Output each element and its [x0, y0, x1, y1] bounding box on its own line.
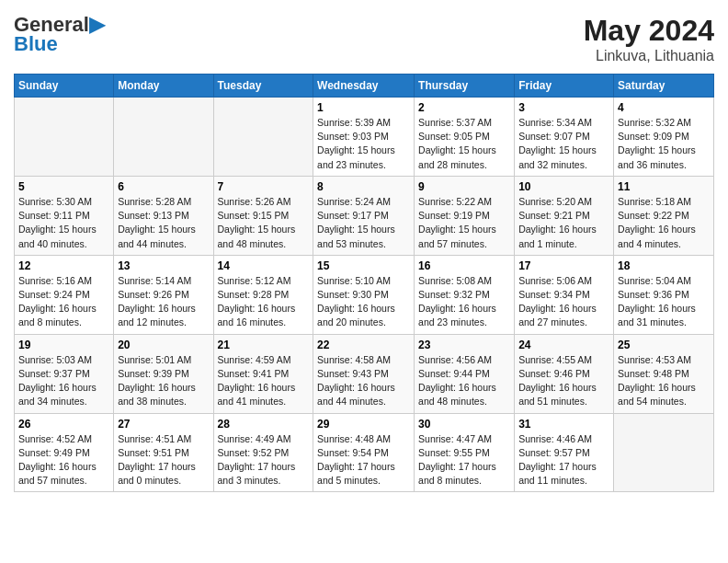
calendar-cell: 16Sunrise: 5:08 AM Sunset: 9:32 PM Dayli… — [415, 255, 515, 334]
day-header-monday: Monday — [114, 75, 213, 98]
week-row-2: 5Sunrise: 5:30 AM Sunset: 9:11 PM Daylig… — [15, 176, 714, 255]
day-number: 26 — [18, 418, 109, 431]
day-number: 14 — [218, 259, 310, 272]
day-info: Sunrise: 4:53 AM Sunset: 9:48 PM Dayligh… — [618, 353, 710, 409]
day-info: Sunrise: 5:12 AM Sunset: 9:28 PM Dayligh… — [218, 274, 310, 330]
day-info: Sunrise: 5:04 AM Sunset: 9:36 PM Dayligh… — [618, 274, 710, 330]
day-header-wednesday: Wednesday — [313, 75, 415, 98]
day-info: Sunrise: 5:22 AM Sunset: 9:19 PM Dayligh… — [418, 195, 510, 251]
day-number: 19 — [18, 339, 109, 351]
calendar-cell: 27Sunrise: 4:51 AM Sunset: 9:51 PM Dayli… — [114, 413, 213, 492]
calendar-cell: 1Sunrise: 5:39 AM Sunset: 9:03 PM Daylig… — [313, 98, 415, 177]
calendar-table: SundayMondayTuesdayWednesdayThursdayFrid… — [14, 74, 714, 492]
week-row-3: 12Sunrise: 5:16 AM Sunset: 9:24 PM Dayli… — [15, 255, 714, 334]
calendar-body: 1Sunrise: 5:39 AM Sunset: 9:03 PM Daylig… — [15, 98, 714, 492]
day-number: 17 — [518, 259, 609, 272]
day-info: Sunrise: 5:01 AM Sunset: 9:39 PM Dayligh… — [118, 353, 209, 409]
day-info: Sunrise: 4:58 AM Sunset: 9:43 PM Dayligh… — [317, 353, 410, 409]
day-info: Sunrise: 5:39 AM Sunset: 9:03 PM Dayligh… — [317, 116, 410, 172]
day-info: Sunrise: 4:59 AM Sunset: 9:41 PM Dayligh… — [218, 353, 310, 409]
day-info: Sunrise: 4:47 AM Sunset: 9:55 PM Dayligh… — [418, 432, 510, 488]
calendar-cell: 28Sunrise: 4:49 AM Sunset: 9:52 PM Dayli… — [213, 413, 313, 492]
day-number: 18 — [618, 259, 710, 272]
week-row-1: 1Sunrise: 5:39 AM Sunset: 9:03 PM Daylig… — [15, 98, 714, 177]
day-number: 5 — [18, 180, 109, 193]
day-info: Sunrise: 5:26 AM Sunset: 9:15 PM Dayligh… — [218, 195, 310, 251]
calendar-cell: 26Sunrise: 4:52 AM Sunset: 9:49 PM Dayli… — [15, 413, 114, 492]
calendar-cell: 23Sunrise: 4:56 AM Sunset: 9:44 PM Dayli… — [415, 334, 515, 413]
day-number: 25 — [618, 339, 710, 351]
day-header-tuesday: Tuesday — [213, 75, 313, 98]
day-number: 16 — [418, 259, 510, 272]
calendar-cell: 9Sunrise: 5:22 AM Sunset: 9:19 PM Daylig… — [415, 176, 515, 255]
day-info: Sunrise: 5:34 AM Sunset: 9:07 PM Dayligh… — [518, 116, 609, 172]
day-info: Sunrise: 4:52 AM Sunset: 9:49 PM Dayligh… — [18, 432, 109, 488]
day-info: Sunrise: 4:46 AM Sunset: 9:57 PM Dayligh… — [518, 432, 609, 488]
day-info: Sunrise: 5:30 AM Sunset: 9:11 PM Dayligh… — [18, 195, 109, 251]
calendar-cell: 18Sunrise: 5:04 AM Sunset: 9:36 PM Dayli… — [614, 255, 714, 334]
day-info: Sunrise: 5:18 AM Sunset: 9:22 PM Dayligh… — [618, 195, 710, 251]
day-number: 22 — [317, 339, 410, 351]
location-subtitle: Linkuva, Lithuania — [584, 48, 714, 64]
day-number: 6 — [118, 180, 209, 193]
day-number: 15 — [317, 259, 410, 272]
day-info: Sunrise: 5:32 AM Sunset: 9:09 PM Dayligh… — [618, 116, 710, 172]
day-header-friday: Friday — [515, 75, 614, 98]
calendar-cell — [614, 413, 714, 492]
calendar-cell — [213, 98, 313, 177]
day-header-thursday: Thursday — [415, 75, 515, 98]
calendar-cell: 12Sunrise: 5:16 AM Sunset: 9:24 PM Dayli… — [15, 255, 114, 334]
day-info: Sunrise: 5:16 AM Sunset: 9:24 PM Dayligh… — [18, 274, 109, 330]
calendar-cell: 19Sunrise: 5:03 AM Sunset: 9:37 PM Dayli… — [15, 334, 114, 413]
page-header: General▶ Blue May 2024 Linkuva, Lithuani… — [14, 14, 714, 64]
day-number: 10 — [518, 180, 609, 193]
calendar-cell: 20Sunrise: 5:01 AM Sunset: 9:39 PM Dayli… — [114, 334, 213, 413]
calendar-cell: 8Sunrise: 5:24 AM Sunset: 9:17 PM Daylig… — [313, 176, 415, 255]
day-number: 13 — [118, 259, 209, 272]
day-info: Sunrise: 5:20 AM Sunset: 9:21 PM Dayligh… — [518, 195, 609, 251]
calendar-cell: 29Sunrise: 4:48 AM Sunset: 9:54 PM Dayli… — [313, 413, 415, 492]
day-info: Sunrise: 4:51 AM Sunset: 9:51 PM Dayligh… — [118, 432, 209, 488]
day-header-sunday: Sunday — [15, 75, 114, 98]
day-info: Sunrise: 5:10 AM Sunset: 9:30 PM Dayligh… — [317, 274, 410, 330]
calendar-cell: 6Sunrise: 5:28 AM Sunset: 9:13 PM Daylig… — [114, 176, 213, 255]
calendar-cell: 5Sunrise: 5:30 AM Sunset: 9:11 PM Daylig… — [15, 176, 114, 255]
day-number: 24 — [518, 339, 609, 351]
day-number: 12 — [18, 259, 109, 272]
calendar-cell: 7Sunrise: 5:26 AM Sunset: 9:15 PM Daylig… — [213, 176, 313, 255]
calendar-cell: 30Sunrise: 4:47 AM Sunset: 9:55 PM Dayli… — [415, 413, 515, 492]
day-number: 31 — [518, 418, 609, 431]
day-number: 21 — [218, 339, 310, 351]
calendar-cell: 24Sunrise: 4:55 AM Sunset: 9:46 PM Dayli… — [515, 334, 614, 413]
calendar-cell: 10Sunrise: 5:20 AM Sunset: 9:21 PM Dayli… — [515, 176, 614, 255]
day-number: 1 — [317, 101, 410, 114]
calendar-cell: 15Sunrise: 5:10 AM Sunset: 9:30 PM Dayli… — [313, 255, 415, 334]
day-info: Sunrise: 4:49 AM Sunset: 9:52 PM Dayligh… — [218, 432, 310, 488]
day-info: Sunrise: 5:06 AM Sunset: 9:34 PM Dayligh… — [518, 274, 609, 330]
calendar-cell: 17Sunrise: 5:06 AM Sunset: 9:34 PM Dayli… — [515, 255, 614, 334]
day-number: 29 — [317, 418, 410, 431]
day-number: 28 — [218, 418, 310, 431]
calendar-cell: 4Sunrise: 5:32 AM Sunset: 9:09 PM Daylig… — [614, 98, 714, 177]
day-number: 23 — [418, 339, 510, 351]
day-info: Sunrise: 5:24 AM Sunset: 9:17 PM Dayligh… — [317, 195, 410, 251]
day-number: 3 — [518, 101, 609, 114]
day-info: Sunrise: 5:14 AM Sunset: 9:26 PM Dayligh… — [118, 274, 209, 330]
logo: General▶ Blue — [14, 14, 105, 56]
calendar-cell: 21Sunrise: 4:59 AM Sunset: 9:41 PM Dayli… — [213, 334, 313, 413]
calendar-cell: 13Sunrise: 5:14 AM Sunset: 9:26 PM Dayli… — [114, 255, 213, 334]
day-header-saturday: Saturday — [614, 75, 714, 98]
day-info: Sunrise: 5:37 AM Sunset: 9:05 PM Dayligh… — [418, 116, 510, 172]
day-number: 11 — [618, 180, 710, 193]
calendar-cell: 22Sunrise: 4:58 AM Sunset: 9:43 PM Dayli… — [313, 334, 415, 413]
calendar-cell: 2Sunrise: 5:37 AM Sunset: 9:05 PM Daylig… — [415, 98, 515, 177]
title-block: May 2024 Linkuva, Lithuania — [584, 14, 714, 64]
calendar-cell — [114, 98, 213, 177]
week-row-4: 19Sunrise: 5:03 AM Sunset: 9:37 PM Dayli… — [15, 334, 714, 413]
day-number: 20 — [118, 339, 209, 351]
day-number: 27 — [118, 418, 209, 431]
calendar-header-row: SundayMondayTuesdayWednesdayThursdayFrid… — [15, 75, 714, 98]
day-number: 9 — [418, 180, 510, 193]
day-info: Sunrise: 4:56 AM Sunset: 9:44 PM Dayligh… — [418, 353, 510, 409]
day-number: 7 — [218, 180, 310, 193]
